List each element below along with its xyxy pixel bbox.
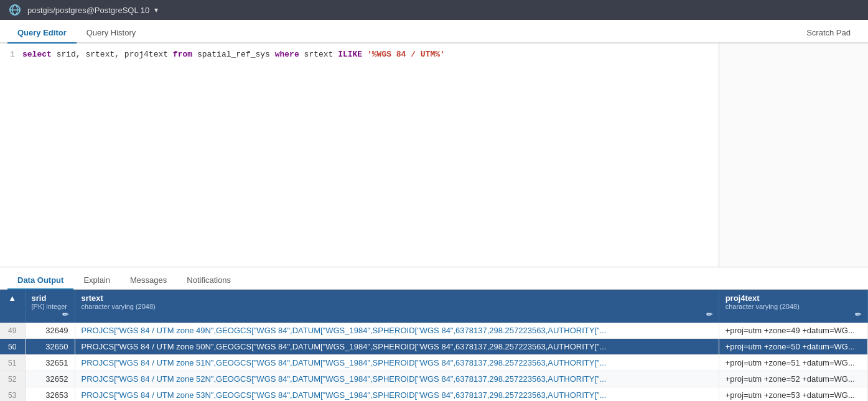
col-type-srid: [PK] integer bbox=[32, 303, 68, 310]
line-code-1: select srid, srtext, proj4text from spat… bbox=[22, 48, 719, 62]
main-tab-bar: Query Editor Query History Scratch Pad bbox=[0, 20, 868, 44]
tab-query-editor[interactable]: Query Editor bbox=[7, 23, 77, 44]
sort-icon: ▲ bbox=[8, 293, 16, 303]
tab-query-history[interactable]: Query History bbox=[77, 23, 146, 44]
result-tab-data-output[interactable]: Data Output bbox=[7, 272, 73, 290]
table-body: 4932649PROJCS["WGS 84 / UTM zone 49N",GE… bbox=[0, 323, 868, 401]
editor-content[interactable]: 1 select srid, srtext, proj4text from sp… bbox=[0, 44, 719, 267]
proj4text-cell: +proj=utm +zone=50 +datum=WG... bbox=[719, 339, 867, 355]
kw-where: where bbox=[275, 50, 299, 59]
srtext-cell: PROJCS["WGS 84 / UTM zone 49N",GEOGCS["W… bbox=[75, 323, 719, 339]
results-area: Data Output Explain Messages Notificatio… bbox=[0, 267, 868, 401]
table-row[interactable]: 5132651PROJCS["WGS 84 / UTM zone 51N",GE… bbox=[0, 355, 868, 371]
app-logo bbox=[7, 2, 22, 17]
kw-from: from bbox=[173, 50, 192, 59]
col-type-srtext: character varying (2048) bbox=[82, 303, 712, 310]
connection-dropdown[interactable]: ▾ bbox=[154, 6, 158, 14]
kw-string: '%WGS 84 / UTM%' bbox=[367, 50, 445, 59]
edit-icon-srid[interactable]: ✏ bbox=[62, 310, 68, 319]
col-header-srid: srid [PK] integer ✏ bbox=[25, 290, 75, 323]
row-num-header: ▲ bbox=[0, 290, 25, 323]
edit-icon-proj4text[interactable]: ✏ bbox=[855, 310, 861, 319]
line-number-1: 1 bbox=[0, 48, 22, 62]
srid-cell: 32650 bbox=[25, 339, 75, 355]
data-table: ▲ srid [PK] integer ✏ srtext character v… bbox=[0, 290, 868, 401]
data-table-wrapper: ▲ srid [PK] integer ✏ srtext character v… bbox=[0, 290, 868, 401]
srid-cell: 32653 bbox=[25, 387, 75, 402]
proj4text-cell: +proj=utm +zone=49 +datum=WG... bbox=[719, 323, 867, 339]
proj4text-cell: +proj=utm +zone=51 +datum=WG... bbox=[719, 355, 867, 371]
kw-ilike: ILIKE bbox=[338, 50, 362, 59]
row-num-cell: 52 bbox=[0, 371, 25, 387]
table-header-row: ▲ srid [PK] integer ✏ srtext character v… bbox=[0, 290, 868, 323]
srtext-cell: PROJCS["WGS 84 / UTM zone 50N",GEOGCS["W… bbox=[75, 339, 719, 355]
row-num-cell: 50 bbox=[0, 339, 25, 355]
col-header-proj4text: proj4text character varying (2048) ✏ bbox=[719, 290, 867, 323]
srtext-cell: PROJCS["WGS 84 / UTM zone 53N",GEOGCS["W… bbox=[75, 387, 719, 402]
srid-cell: 32652 bbox=[25, 371, 75, 387]
col-name-proj4text: proj4text bbox=[726, 293, 760, 303]
table-row[interactable]: 5332653PROJCS["WGS 84 / UTM zone 53N",GE… bbox=[0, 387, 868, 402]
col-header-srtext: srtext character varying (2048) ✏ bbox=[75, 290, 719, 323]
result-tab-messages[interactable]: Messages bbox=[120, 272, 177, 290]
srtext-cell: PROJCS["WGS 84 / UTM zone 52N",GEOGCS["W… bbox=[75, 371, 719, 387]
srtext-cell: PROJCS["WGS 84 / UTM zone 51N",GEOGCS["W… bbox=[75, 355, 719, 371]
row-num-cell: 49 bbox=[0, 323, 25, 339]
col-name-srid: srid bbox=[32, 293, 47, 303]
main-area: 1 select srid, srtext, proj4text from sp… bbox=[0, 44, 868, 401]
row-num-cell: 51 bbox=[0, 355, 25, 371]
edit-icon-srtext[interactable]: ✏ bbox=[706, 310, 712, 319]
result-tab-bar: Data Output Explain Messages Notificatio… bbox=[0, 267, 868, 290]
srid-cell: 32651 bbox=[25, 355, 75, 371]
proj4text-cell: +proj=utm +zone=52 +datum=WG... bbox=[719, 371, 867, 387]
scratch-pad-area bbox=[719, 44, 868, 267]
connection-title: postgis/postgres@PostgreSQL 10 bbox=[27, 6, 149, 15]
query-editor: 1 select srid, srtext, proj4text from sp… bbox=[0, 44, 868, 267]
kw-table: spatial_ref_sys bbox=[197, 50, 275, 59]
table-row[interactable]: 5232652PROJCS["WGS 84 / UTM zone 52N",GE… bbox=[0, 371, 868, 387]
table-row[interactable]: 4932649PROJCS["WGS 84 / UTM zone 49N",GE… bbox=[0, 323, 868, 339]
top-bar: postgis/postgres@PostgreSQL 10 ▾ bbox=[0, 0, 868, 20]
kw-select: select bbox=[22, 50, 52, 59]
proj4text-cell: +proj=utm +zone=53 +datum=WG... bbox=[719, 387, 867, 402]
col-name-srtext: srtext bbox=[82, 293, 103, 303]
col-type-proj4text: character varying (2048) bbox=[726, 303, 861, 310]
editor-line-1: 1 select srid, srtext, proj4text from sp… bbox=[0, 48, 719, 62]
result-tab-notifications[interactable]: Notifications bbox=[177, 272, 241, 290]
scratch-pad-label: Scratch Pad bbox=[796, 23, 861, 42]
srid-cell: 32649 bbox=[25, 323, 75, 339]
kw-fields: srid, srtext, proj4text bbox=[57, 50, 173, 59]
row-num-cell: 53 bbox=[0, 387, 25, 402]
result-tab-explain[interactable]: Explain bbox=[73, 272, 120, 290]
table-row[interactable]: 5032650PROJCS["WGS 84 / UTM zone 50N",GE… bbox=[0, 339, 868, 355]
kw-col: srtext bbox=[304, 50, 338, 59]
